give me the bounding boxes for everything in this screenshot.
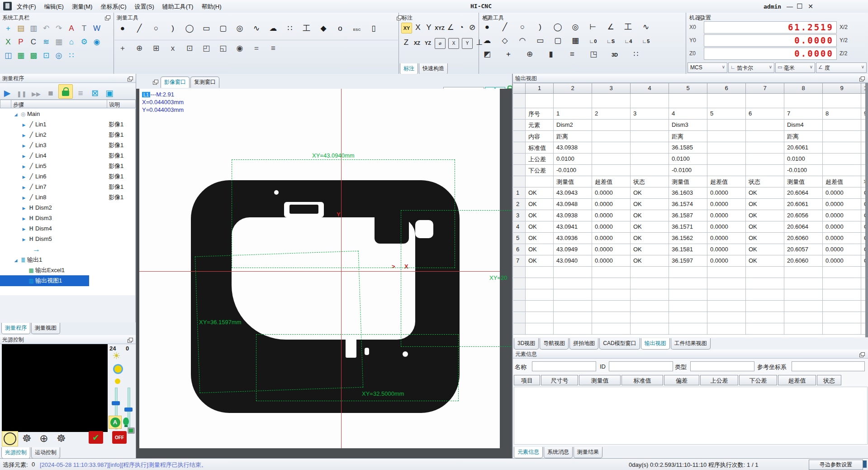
- menu-4[interactable]: 设置(S): [131, 0, 158, 14]
- redo-icon[interactable]: ↷: [53, 22, 65, 34]
- table-cell[interactable]: [669, 278, 707, 289]
- axis-half-button[interactable]: X/2: [840, 24, 848, 30]
- tree-item-Dism3[interactable]: ▶HDism3: [0, 213, 135, 223]
- table-cell[interactable]: [823, 94, 861, 108]
- table-cell[interactable]: OK: [631, 233, 669, 244]
- table-cell[interactable]: 20.6056: [784, 210, 823, 221]
- table-cell[interactable]: [592, 142, 631, 153]
- table-cell[interactable]: [746, 120, 784, 131]
- probe-grid-icon[interactable]: ≡: [267, 42, 279, 54]
- word-export-icon[interactable]: W: [91, 22, 103, 34]
- expander-closed-icon[interactable]: ▶: [21, 151, 27, 162]
- table-cell[interactable]: [526, 323, 554, 335]
- tree-item-Lin8[interactable]: ▶╱Lin8影像1: [0, 192, 135, 202]
- probe-parallel-icon[interactable]: =: [251, 42, 262, 54]
- expander-open-icon[interactable]: ◢: [13, 255, 19, 266]
- table-cell[interactable]: 0.0000: [823, 199, 861, 210]
- column-header[interactable]: 3: [592, 83, 631, 94]
- move-button[interactable]: ⊠: [88, 86, 102, 100]
- table-cell[interactable]: Dism4: [784, 120, 823, 131]
- table-cell[interactable]: 43.0940: [554, 255, 592, 267]
- table-cell[interactable]: [746, 165, 784, 176]
- circle-icon[interactable]: ○: [517, 21, 528, 32]
- blob-icon[interactable]: ☁: [482, 35, 493, 46]
- table-cell[interactable]: [513, 142, 526, 153]
- table-cell[interactable]: [631, 323, 669, 335]
- run-button[interactable]: ▶: [0, 86, 14, 100]
- table-cell[interactable]: OK: [746, 210, 784, 221]
- table-cell[interactable]: 0.0000: [592, 233, 631, 244]
- table-cell[interactable]: [592, 301, 631, 312]
- tree-item-Lin6[interactable]: ▶╱Lin6影像1: [0, 171, 135, 182]
- height-icon[interactable]: 工: [301, 22, 313, 34]
- machine-combo-1[interactable]: ∟笛卡尔∨: [728, 62, 774, 73]
- table-cell[interactable]: [669, 323, 707, 335]
- auto-light-button[interactable]: A: [109, 416, 122, 429]
- dwg-export-icon[interactable]: A: [66, 22, 77, 34]
- table-cell[interactable]: [592, 312, 631, 323]
- dim-angle-icon[interactable]: ∠: [446, 22, 455, 32]
- column-desc[interactable]: 说明: [107, 100, 136, 108]
- table-cell[interactable]: OK: [746, 221, 784, 233]
- table-cell[interactable]: 36.1587: [669, 210, 707, 221]
- table-cell[interactable]: 0.0000: [823, 233, 861, 244]
- output-table[interactable]: 1234567891序号123456789元素Dism2Dism3Dism4内容…: [513, 83, 866, 337]
- height-icon[interactable]: 工: [623, 21, 634, 32]
- table-cell[interactable]: [707, 120, 746, 131]
- table-cell[interactable]: [746, 312, 784, 323]
- table-cell[interactable]: 36.1597: [669, 255, 707, 267]
- view-3d-icon[interactable]: 3D: [609, 49, 620, 60]
- tab-output-2[interactable]: 拼拍地图: [569, 338, 598, 350]
- table-cell[interactable]: [592, 289, 631, 301]
- table-cell[interactable]: [631, 165, 669, 176]
- tree-item-输出视图1[interactable]: ▥输出视图1: [0, 275, 135, 286]
- float-icon[interactable]: [128, 77, 133, 82]
- table-cell[interactable]: 0.0000: [592, 187, 631, 199]
- apply-light-button[interactable]: ✔: [89, 431, 103, 444]
- expander-closed-icon[interactable]: ▶: [21, 162, 27, 172]
- tab-output-5[interactable]: 工件结果视图: [671, 338, 711, 350]
- close-button[interactable]: ✕: [806, 2, 815, 10]
- probe-circle-icon[interactable]: ◉: [234, 42, 246, 54]
- axis-half-button[interactable]: Y/2: [840, 37, 848, 43]
- open-icon[interactable]: ▤: [15, 22, 27, 34]
- column-header[interactable]: 9: [823, 83, 861, 94]
- dim-xz-icon[interactable]: XZ: [412, 38, 422, 48]
- dim-y-icon[interactable]: Y: [424, 22, 434, 32]
- report-table-icon[interactable]: ▦: [15, 49, 27, 61]
- ellipse-icon[interactable]: ◯: [184, 22, 195, 34]
- cloud-icon[interactable]: ≋: [40, 36, 52, 48]
- element-col-button-1[interactable]: 尺寸号: [541, 375, 578, 385]
- tree-item-输出1[interactable]: ◢≣输出1: [0, 254, 135, 265]
- table-cell[interactable]: 5: [707, 108, 746, 120]
- table-cell[interactable]: [592, 278, 631, 289]
- table-cell[interactable]: 5: [513, 233, 526, 244]
- table-cell[interactable]: 43.0936: [554, 233, 592, 244]
- table-cell[interactable]: 0.0000: [823, 187, 861, 199]
- table-cell[interactable]: 0.0000: [707, 244, 746, 255]
- table-cell[interactable]: 36.1562: [669, 233, 707, 244]
- element-col-button-6[interactable]: 下公差: [739, 375, 777, 385]
- table-cell[interactable]: OK: [631, 210, 669, 221]
- table-cell[interactable]: OK: [746, 255, 784, 267]
- dim-yz-icon[interactable]: YZ: [423, 38, 433, 48]
- table-cell[interactable]: [513, 278, 526, 289]
- table-cell[interactable]: 0.0100: [784, 153, 823, 165]
- table-cell[interactable]: 3: [513, 210, 526, 221]
- float-icon[interactable]: [859, 352, 865, 357]
- table-cell[interactable]: 6: [513, 244, 526, 255]
- table-cell[interactable]: [707, 165, 746, 176]
- tree-item-输出Excel1[interactable]: ▦输出Excel1: [0, 265, 135, 275]
- table-cell[interactable]: [823, 142, 861, 153]
- table-icon[interactable]: ▦: [570, 35, 581, 46]
- tab-image-0[interactable]: 影像窗口: [161, 77, 190, 88]
- ring-segment-16[interactable]: ☸: [53, 431, 69, 446]
- table-cell[interactable]: 36.1603: [669, 187, 707, 199]
- column-header[interactable]: 1: [526, 83, 554, 94]
- list-button[interactable]: ≡: [74, 86, 87, 100]
- save-icon[interactable]: ▥: [28, 22, 39, 34]
- table-cell[interactable]: [746, 153, 784, 165]
- sphere-icon[interactable]: ⊕: [524, 48, 535, 59]
- float-icon[interactable]: [859, 77, 865, 82]
- table-cell[interactable]: 距离: [554, 131, 592, 142]
